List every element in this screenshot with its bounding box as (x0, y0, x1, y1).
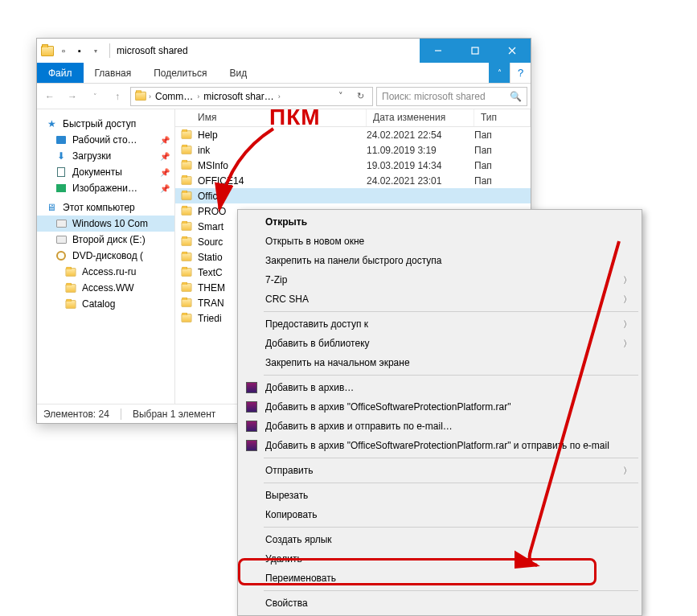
pin-icon: 📌 (160, 136, 170, 145)
file-name: Office (198, 191, 367, 202)
column-type[interactable]: Тип (474, 109, 531, 126)
submenu-arrow-icon: 〉 (623, 294, 632, 306)
nav-folder[interactable]: Catalog (37, 296, 174, 312)
submenu-arrow-icon: 〉 (623, 274, 632, 286)
nav-cdrive[interactable]: Windows 10 Com (37, 216, 174, 232)
ctx-cut[interactable]: Вырезать (240, 486, 640, 505)
file-date: 11.09.2019 3:19 (367, 145, 474, 156)
address-bar[interactable]: › Comm… › microsoft shar… › ˅ ↻ (130, 87, 373, 106)
file-row[interactable]: OFFICE1424.02.2021 23:01Пап (175, 173, 531, 188)
file-row[interactable]: MSInfo19.03.2019 14:34Пап (175, 158, 531, 173)
refresh-icon[interactable]: ↻ (351, 88, 369, 105)
ctx-7zip[interactable]: 7-Zip〉 (240, 270, 640, 290)
submenu-arrow-icon: 〉 (623, 338, 632, 350)
help-icon[interactable]: ? (510, 63, 531, 83)
annotation-label: ПКМ (269, 105, 321, 130)
recent-dropdown[interactable]: ˅ (85, 87, 105, 106)
ctx-copy[interactable]: Копировать (240, 505, 640, 524)
ctx-add-archive-email[interactable]: Добавить в архив и отправить по e-mail… (240, 417, 640, 436)
back-button[interactable]: ← (40, 87, 59, 106)
qat-newfolder-icon[interactable]: ▪ (72, 43, 87, 58)
nav-thispc[interactable]: 🖥Этот компьютер (37, 199, 174, 216)
svg-rect-0 (472, 47, 478, 54)
forward-button[interactable]: → (63, 87, 82, 106)
nav-pane: ★Быстрый доступ Рабочий сто…📌 ⬇Загрузки📌… (37, 109, 175, 404)
file-name: MSInfo (198, 160, 367, 171)
close-button[interactable] (494, 39, 531, 63)
pin-icon: 📌 (160, 184, 170, 193)
file-type: Пап (474, 175, 531, 187)
file-date: 24.02.2021 23:01 (367, 175, 474, 187)
ctx-open-new-window[interactable]: Открыть в новом окне (240, 232, 640, 251)
nav-quick-access[interactable]: ★Быстрый доступ (37, 116, 174, 132)
submenu-arrow-icon: 〉 (623, 318, 632, 331)
status-selection: Выбран 1 элемент (133, 409, 215, 420)
ribbon-collapse-icon[interactable]: ˄ (489, 63, 510, 83)
window-title: microsoft shared (113, 45, 420, 56)
nav-pictures[interactable]: Изображени…📌 (37, 180, 174, 196)
search-input[interactable]: Поиск: microsoft shared 🔍 (376, 87, 527, 106)
file-type: Пап (474, 160, 531, 171)
qat-properties-icon[interactable]: ▫ (56, 43, 71, 58)
minimize-button[interactable] (420, 39, 457, 63)
titlebar: ▫ ▪ ▾ microsoft shared (37, 39, 531, 63)
search-placeholder: Поиск: microsoft shared (382, 91, 486, 102)
ctx-add-archive-named-email[interactable]: Добавить в архив "OfficeSoftwareProtecti… (240, 436, 640, 455)
ctx-add-library[interactable]: Добавить в библиотеку〉 (240, 334, 640, 353)
column-date[interactable]: Дата изменения (367, 109, 474, 126)
rar-icon (244, 380, 259, 395)
tab-view[interactable]: Вид (218, 63, 258, 83)
rar-icon (244, 400, 259, 414)
ctx-properties[interactable]: Свойства (240, 593, 640, 613)
nav-ddrive[interactable]: Второй диск (E:) (37, 232, 174, 248)
file-date: 19.03.2019 14:34 (367, 160, 474, 171)
ctx-give-access[interactable]: Предоставить доступ к〉 (240, 314, 640, 334)
breadcrumb[interactable]: Comm… (153, 91, 195, 102)
ctx-add-archive-named[interactable]: Добавить в архив "OfficeSoftwareProtecti… (240, 397, 640, 417)
folder-icon (40, 43, 55, 58)
ctx-add-archive[interactable]: Добавить в архив… (240, 378, 640, 397)
rar-icon (244, 438, 259, 453)
context-menu: Открыть Открыть в новом окне Закрепить н… (237, 209, 642, 616)
ctx-open[interactable]: Открыть (240, 212, 640, 232)
ctx-pin-start[interactable]: Закрепить на начальном экране (240, 353, 640, 372)
file-name: OFFICE14 (198, 175, 367, 187)
ctx-rename[interactable]: Переименовать (240, 569, 640, 588)
nav-folder[interactable]: Access.ru-ru (37, 264, 174, 280)
pin-icon: 📌 (160, 168, 170, 177)
search-icon[interactable]: 🔍 (510, 91, 522, 102)
nav-desktop[interactable]: Рабочий сто…📌 (37, 132, 174, 148)
pin-icon: 📌 (160, 152, 170, 161)
qat-dropdown-icon[interactable]: ▾ (88, 43, 103, 58)
ctx-crc-sha[interactable]: CRC SHA〉 (240, 290, 640, 309)
nav-folder[interactable]: Access.WW (37, 280, 174, 296)
file-name: ink (198, 145, 367, 156)
file-name: Help (198, 129, 367, 141)
ctx-create-shortcut[interactable]: Создать ярлык (240, 530, 640, 549)
tab-home[interactable]: Главная (84, 63, 143, 83)
breadcrumb[interactable]: microsoft shar… (201, 91, 276, 102)
file-type: Пап (474, 129, 531, 141)
nav-downloads[interactable]: ⬇Загрузки📌 (37, 148, 174, 164)
status-count: Элементов: 24 (43, 409, 109, 420)
submenu-arrow-icon: 〉 (623, 465, 632, 477)
file-row[interactable]: Office (175, 188, 531, 203)
maximize-button[interactable] (457, 39, 494, 63)
file-row[interactable]: ink11.09.2019 3:19Пап (175, 142, 531, 158)
file-date: 24.02.2021 22:54 (367, 129, 474, 141)
ctx-pin-quick-access[interactable]: Закрепить на панели быстрого доступа (240, 251, 640, 270)
ribbon-tabs: Файл Главная Поделиться Вид ˄ ? (37, 63, 531, 84)
file-row[interactable]: Help24.02.2021 22:54Пап (175, 127, 531, 142)
file-type: Пап (474, 145, 531, 156)
ctx-delete[interactable]: Удалить (240, 549, 640, 569)
tab-share[interactable]: Поделиться (142, 63, 218, 83)
up-button[interactable]: ↑ (108, 87, 127, 106)
address-dropdown-icon[interactable]: ˅ (332, 88, 350, 105)
nav-dvd[interactable]: DVD-дисковод ( (37, 248, 174, 264)
nav-documents[interactable]: Документы📌 (37, 164, 174, 180)
rar-icon (244, 419, 259, 433)
ctx-send-to[interactable]: Отправить〉 (240, 461, 640, 480)
tab-file[interactable]: Файл (37, 63, 84, 83)
